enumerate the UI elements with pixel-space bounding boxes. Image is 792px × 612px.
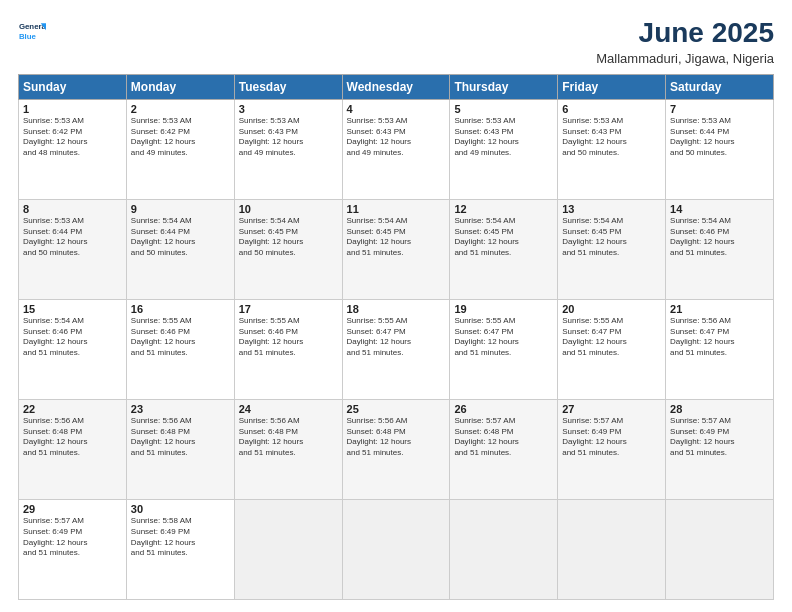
day-number: 27 xyxy=(562,403,661,415)
calendar-cell: 25Sunrise: 5:56 AM Sunset: 6:48 PM Dayli… xyxy=(342,399,450,499)
calendar-table: SundayMondayTuesdayWednesdayThursdayFrid… xyxy=(18,74,774,600)
day-header-tuesday: Tuesday xyxy=(234,74,342,99)
day-detail: Sunrise: 5:54 AM Sunset: 6:45 PM Dayligh… xyxy=(562,216,661,259)
day-detail: Sunrise: 5:57 AM Sunset: 6:48 PM Dayligh… xyxy=(454,416,553,459)
day-detail: Sunrise: 5:57 AM Sunset: 6:49 PM Dayligh… xyxy=(562,416,661,459)
day-header-sunday: Sunday xyxy=(19,74,127,99)
day-number: 9 xyxy=(131,203,230,215)
calendar-cell: 27Sunrise: 5:57 AM Sunset: 6:49 PM Dayli… xyxy=(558,399,666,499)
day-detail: Sunrise: 5:54 AM Sunset: 6:45 PM Dayligh… xyxy=(347,216,446,259)
day-number: 7 xyxy=(670,103,769,115)
day-number: 3 xyxy=(239,103,338,115)
calendar-cell: 29Sunrise: 5:57 AM Sunset: 6:49 PM Dayli… xyxy=(19,499,127,599)
calendar-cell xyxy=(342,499,450,599)
day-detail: Sunrise: 5:56 AM Sunset: 6:48 PM Dayligh… xyxy=(239,416,338,459)
calendar-cell: 19Sunrise: 5:55 AM Sunset: 6:47 PM Dayli… xyxy=(450,299,558,399)
day-number: 6 xyxy=(562,103,661,115)
header: General Blue June 2025 Mallammaduri, Jig… xyxy=(18,18,774,66)
calendar-cell: 21Sunrise: 5:56 AM Sunset: 6:47 PM Dayli… xyxy=(666,299,774,399)
day-detail: Sunrise: 5:56 AM Sunset: 6:48 PM Dayligh… xyxy=(347,416,446,459)
day-detail: Sunrise: 5:57 AM Sunset: 6:49 PM Dayligh… xyxy=(670,416,769,459)
day-detail: Sunrise: 5:56 AM Sunset: 6:47 PM Dayligh… xyxy=(670,316,769,359)
day-header-wednesday: Wednesday xyxy=(342,74,450,99)
calendar-cell: 10Sunrise: 5:54 AM Sunset: 6:45 PM Dayli… xyxy=(234,199,342,299)
calendar-page: General Blue June 2025 Mallammaduri, Jig… xyxy=(0,0,792,612)
calendar-cell: 15Sunrise: 5:54 AM Sunset: 6:46 PM Dayli… xyxy=(19,299,127,399)
calendar-cell: 20Sunrise: 5:55 AM Sunset: 6:47 PM Dayli… xyxy=(558,299,666,399)
day-detail: Sunrise: 5:55 AM Sunset: 6:47 PM Dayligh… xyxy=(347,316,446,359)
calendar-cell xyxy=(666,499,774,599)
calendar-header-row: SundayMondayTuesdayWednesdayThursdayFrid… xyxy=(19,74,774,99)
calendar-cell xyxy=(234,499,342,599)
day-detail: Sunrise: 5:54 AM Sunset: 6:45 PM Dayligh… xyxy=(239,216,338,259)
day-number: 13 xyxy=(562,203,661,215)
day-number: 11 xyxy=(347,203,446,215)
day-number: 1 xyxy=(23,103,122,115)
day-detail: Sunrise: 5:53 AM Sunset: 6:44 PM Dayligh… xyxy=(670,116,769,159)
calendar-cell: 17Sunrise: 5:55 AM Sunset: 6:46 PM Dayli… xyxy=(234,299,342,399)
calendar-cell: 22Sunrise: 5:56 AM Sunset: 6:48 PM Dayli… xyxy=(19,399,127,499)
day-header-monday: Monday xyxy=(126,74,234,99)
calendar-title: June 2025 xyxy=(596,18,774,49)
calendar-cell xyxy=(558,499,666,599)
day-header-friday: Friday xyxy=(558,74,666,99)
calendar-subtitle: Mallammaduri, Jigawa, Nigeria xyxy=(596,51,774,66)
calendar-cell: 13Sunrise: 5:54 AM Sunset: 6:45 PM Dayli… xyxy=(558,199,666,299)
day-number: 2 xyxy=(131,103,230,115)
day-detail: Sunrise: 5:53 AM Sunset: 6:44 PM Dayligh… xyxy=(23,216,122,259)
day-number: 10 xyxy=(239,203,338,215)
day-detail: Sunrise: 5:55 AM Sunset: 6:47 PM Dayligh… xyxy=(562,316,661,359)
day-number: 12 xyxy=(454,203,553,215)
day-detail: Sunrise: 5:58 AM Sunset: 6:49 PM Dayligh… xyxy=(131,516,230,559)
calendar-cell: 24Sunrise: 5:56 AM Sunset: 6:48 PM Dayli… xyxy=(234,399,342,499)
logo: General Blue xyxy=(18,18,46,46)
day-detail: Sunrise: 5:55 AM Sunset: 6:46 PM Dayligh… xyxy=(131,316,230,359)
calendar-cell: 28Sunrise: 5:57 AM Sunset: 6:49 PM Dayli… xyxy=(666,399,774,499)
day-detail: Sunrise: 5:54 AM Sunset: 6:44 PM Dayligh… xyxy=(131,216,230,259)
day-number: 4 xyxy=(347,103,446,115)
calendar-cell: 2Sunrise: 5:53 AM Sunset: 6:42 PM Daylig… xyxy=(126,99,234,199)
day-detail: Sunrise: 5:55 AM Sunset: 6:47 PM Dayligh… xyxy=(454,316,553,359)
day-detail: Sunrise: 5:53 AM Sunset: 6:43 PM Dayligh… xyxy=(562,116,661,159)
day-number: 16 xyxy=(131,303,230,315)
day-number: 15 xyxy=(23,303,122,315)
calendar-cell: 9Sunrise: 5:54 AM Sunset: 6:44 PM Daylig… xyxy=(126,199,234,299)
day-number: 28 xyxy=(670,403,769,415)
calendar-cell: 18Sunrise: 5:55 AM Sunset: 6:47 PM Dayli… xyxy=(342,299,450,399)
day-number: 30 xyxy=(131,503,230,515)
calendar-cell: 14Sunrise: 5:54 AM Sunset: 6:46 PM Dayli… xyxy=(666,199,774,299)
calendar-cell xyxy=(450,499,558,599)
calendar-cell: 7Sunrise: 5:53 AM Sunset: 6:44 PM Daylig… xyxy=(666,99,774,199)
calendar-cell: 6Sunrise: 5:53 AM Sunset: 6:43 PM Daylig… xyxy=(558,99,666,199)
day-number: 23 xyxy=(131,403,230,415)
calendar-cell: 3Sunrise: 5:53 AM Sunset: 6:43 PM Daylig… xyxy=(234,99,342,199)
day-number: 18 xyxy=(347,303,446,315)
day-number: 26 xyxy=(454,403,553,415)
day-detail: Sunrise: 5:53 AM Sunset: 6:42 PM Dayligh… xyxy=(23,116,122,159)
day-detail: Sunrise: 5:57 AM Sunset: 6:49 PM Dayligh… xyxy=(23,516,122,559)
calendar-cell: 5Sunrise: 5:53 AM Sunset: 6:43 PM Daylig… xyxy=(450,99,558,199)
day-number: 5 xyxy=(454,103,553,115)
logo-icon: General Blue xyxy=(18,18,46,46)
calendar-cell: 30Sunrise: 5:58 AM Sunset: 6:49 PM Dayli… xyxy=(126,499,234,599)
day-number: 29 xyxy=(23,503,122,515)
day-detail: Sunrise: 5:54 AM Sunset: 6:46 PM Dayligh… xyxy=(23,316,122,359)
day-number: 17 xyxy=(239,303,338,315)
calendar-cell: 8Sunrise: 5:53 AM Sunset: 6:44 PM Daylig… xyxy=(19,199,127,299)
day-detail: Sunrise: 5:53 AM Sunset: 6:43 PM Dayligh… xyxy=(347,116,446,159)
day-number: 24 xyxy=(239,403,338,415)
day-number: 22 xyxy=(23,403,122,415)
day-detail: Sunrise: 5:54 AM Sunset: 6:46 PM Dayligh… xyxy=(670,216,769,259)
day-detail: Sunrise: 5:53 AM Sunset: 6:43 PM Dayligh… xyxy=(239,116,338,159)
day-detail: Sunrise: 5:53 AM Sunset: 6:42 PM Dayligh… xyxy=(131,116,230,159)
day-number: 20 xyxy=(562,303,661,315)
calendar-cell: 23Sunrise: 5:56 AM Sunset: 6:48 PM Dayli… xyxy=(126,399,234,499)
title-block: June 2025 Mallammaduri, Jigawa, Nigeria xyxy=(596,18,774,66)
svg-text:Blue: Blue xyxy=(19,32,37,41)
day-number: 14 xyxy=(670,203,769,215)
calendar-cell: 16Sunrise: 5:55 AM Sunset: 6:46 PM Dayli… xyxy=(126,299,234,399)
calendar-cell: 1Sunrise: 5:53 AM Sunset: 6:42 PM Daylig… xyxy=(19,99,127,199)
calendar-cell: 12Sunrise: 5:54 AM Sunset: 6:45 PM Dayli… xyxy=(450,199,558,299)
day-number: 25 xyxy=(347,403,446,415)
calendar-cell: 26Sunrise: 5:57 AM Sunset: 6:48 PM Dayli… xyxy=(450,399,558,499)
